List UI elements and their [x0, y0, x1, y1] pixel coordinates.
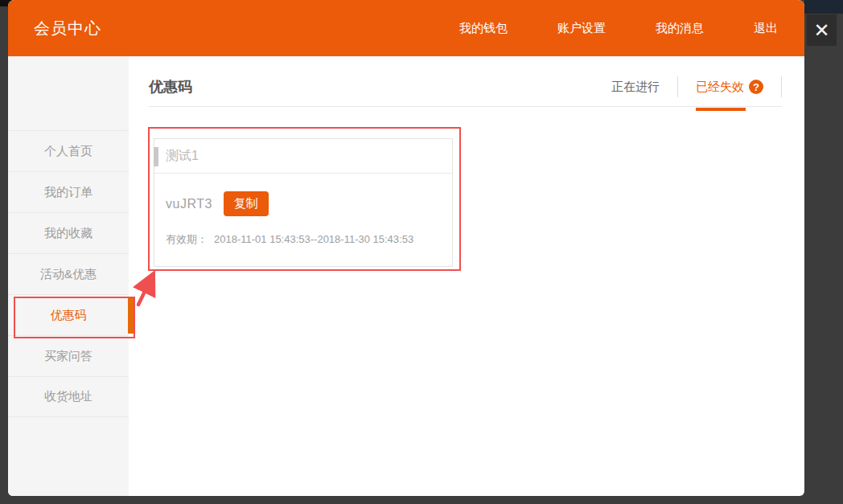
- title-row: 优惠码 正在进行 已经失效 ?: [149, 56, 782, 107]
- main-content: 优惠码 正在进行 已经失效 ?: [129, 56, 804, 496]
- tab-divider: [781, 76, 782, 97]
- sidebar-item-my-favorites[interactable]: 我的收藏: [8, 212, 129, 253]
- coupon-card-body: vuJRT3 复制 有效期：2018-11-01 15:43:53--2018-…: [154, 174, 452, 266]
- active-indicator-bar: [128, 297, 134, 334]
- sidebar-item-my-orders[interactable]: 我的订单: [8, 171, 129, 212]
- member-center-modal: 会员中心 我的钱包 账户设置 我的消息 退出 个人首页 我的订单 我的收藏 活动…: [8, 0, 804, 496]
- sidebar-item-activities[interactable]: 活动&优惠: [8, 253, 129, 294]
- coupon-code: vuJRT3: [166, 197, 212, 211]
- nav-account-settings[interactable]: 账户设置: [557, 21, 606, 36]
- modal-header: 会员中心 我的钱包 账户设置 我的消息 退出: [8, 0, 804, 56]
- browser-bar-strip: [804, 0, 843, 14]
- sidebar-item-coupon-codes[interactable]: 优惠码: [8, 294, 129, 335]
- copy-button[interactable]: 复制: [224, 191, 269, 216]
- page-title: 优惠码: [149, 77, 192, 96]
- coupon-card: 测试1 vuJRT3 复制 有效期：2018-11-01 15:43:53--2…: [154, 138, 453, 267]
- help-icon[interactable]: ?: [749, 80, 763, 94]
- close-icon: ✕: [813, 21, 829, 40]
- modal-body: 个人首页 我的订单 我的收藏 活动&优惠 优惠码 买家问答 收货地址 优惠码 正…: [8, 56, 804, 496]
- tab-divider: [677, 76, 678, 97]
- sidebar-item-personal-home[interactable]: 个人首页: [8, 130, 129, 171]
- coupon-name: 测试1: [166, 148, 199, 165]
- validity-label: 有效期：: [166, 233, 208, 245]
- coupon-marker-bar: [154, 147, 158, 166]
- nav-my-messages[interactable]: 我的消息: [656, 21, 704, 36]
- app-title: 会员中心: [34, 18, 101, 39]
- tab-expired-label: 已经失效: [696, 80, 744, 95]
- close-button[interactable]: ✕: [807, 14, 837, 46]
- tabs: 正在进行 已经失效 ?: [611, 73, 782, 101]
- coupon-code-row: vuJRT3 复制: [166, 191, 441, 216]
- validity-value: 2018-11-01 15:43:53--2018-11-30 15:43:53: [214, 233, 413, 245]
- tab-expired[interactable]: 已经失效 ?: [696, 73, 763, 101]
- nav-logout[interactable]: 退出: [754, 21, 778, 36]
- active-tab-underline: [696, 108, 746, 111]
- coupon-validity: 有效期：2018-11-01 15:43:53--2018-11-30 15:4…: [166, 232, 441, 247]
- sidebar-item-buyer-qa[interactable]: 买家问答: [8, 335, 129, 376]
- sidebar: 个人首页 我的订单 我的收藏 活动&优惠 优惠码 买家问答 收货地址: [8, 56, 129, 496]
- tab-in-progress[interactable]: 正在进行: [611, 73, 660, 101]
- sidebar-item-label: 优惠码: [51, 308, 87, 323]
- sidebar-item-shipping-address[interactable]: 收货地址: [8, 376, 129, 417]
- nav-my-wallet[interactable]: 我的钱包: [459, 21, 508, 36]
- coupon-card-header: 测试1: [154, 139, 452, 174]
- header-nav: 我的钱包 账户设置 我的消息 退出: [459, 21, 778, 36]
